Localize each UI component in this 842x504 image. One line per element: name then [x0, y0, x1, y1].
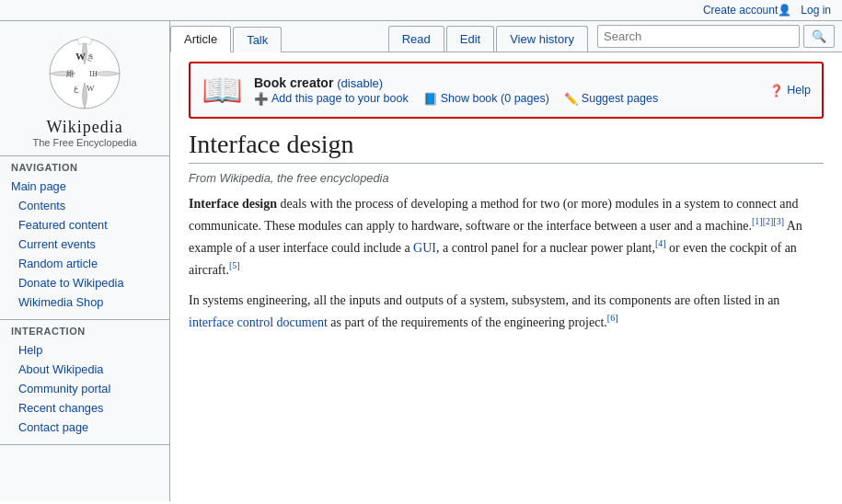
- sidebar-interaction-section: Interaction Help About Wikipedia Communi…: [0, 320, 169, 445]
- sidebar-item-community-portal[interactable]: Community portal: [0, 380, 169, 397]
- sidebar-item-contents[interactable]: Contents: [0, 197, 169, 214]
- article-paragraph-2: In systems engineering, all the inputs a…: [189, 291, 824, 333]
- create-account-link[interactable]: Create account: [703, 4, 778, 17]
- sidebar-item-about[interactable]: About Wikipedia: [0, 361, 169, 378]
- article-p2-cont: as part of the requirements of the engin…: [328, 315, 607, 329]
- sidebar-item-wikimedia-shop[interactable]: Wikimedia Shop: [0, 293, 169, 311]
- article-bold-term: Interface design: [189, 197, 277, 211]
- help-icon: ❓: [769, 84, 784, 97]
- top-bar-icon: 👤: [778, 4, 791, 17]
- book-creator-actions: ➕ Add this page to your book 📘 Show book…: [254, 92, 758, 106]
- top-bar: Create account 👤 Log in: [0, 0, 842, 21]
- list-item: Featured content: [0, 215, 169, 235]
- article-p1-cont2: , a control panel for a nuclear power pl…: [436, 241, 655, 255]
- sidebar-item-recent-changes[interactable]: Recent changes: [0, 399, 169, 417]
- sidebar-item-donate[interactable]: Donate to Wikipedia: [0, 274, 169, 292]
- wikipedia-logo: W き 維 Ш ع W: [39, 32, 131, 115]
- gui-link[interactable]: GUI: [413, 241, 436, 255]
- sidebar-item-featured-content[interactable]: Featured content: [0, 216, 169, 234]
- article-title: Interface design: [189, 130, 824, 164]
- suggest-pages-label: Suggest pages: [582, 92, 658, 105]
- wiki-subtitle: The Free Encyclopedia: [11, 137, 158, 148]
- sidebar-navigation-section: Navigation Main page Contents Featured c…: [0, 156, 169, 320]
- book-creator-help: ❓ Help: [769, 84, 811, 97]
- svg-text:W: W: [75, 51, 86, 62]
- sidebar-item-help[interactable]: Help: [0, 341, 169, 359]
- help-label: Help: [787, 84, 811, 97]
- article-p1-text: deals with the process of developing a m…: [189, 197, 799, 233]
- sidebar-item-random-article[interactable]: Random article: [0, 255, 169, 272]
- article-ref-4: [4]: [655, 238, 666, 248]
- search-button[interactable]: 🔍: [803, 25, 835, 48]
- add-icon: ➕: [254, 92, 269, 106]
- log-in-link[interactable]: Log in: [801, 4, 831, 17]
- list-item: Current events: [0, 235, 169, 254]
- tab-read[interactable]: Read: [388, 26, 444, 52]
- book-creator-help-link[interactable]: ❓ Help: [769, 84, 811, 97]
- icd-link[interactable]: interface control document: [189, 315, 328, 329]
- article-from: From Wikipedia, the free encyclopedia: [189, 171, 824, 185]
- tab-group: Article Talk: [170, 26, 283, 52]
- list-item: Contact page: [0, 418, 169, 437]
- add-page-label: Add this page to your book: [271, 92, 409, 105]
- article-body: Interface design deals with the process …: [189, 194, 824, 333]
- book-creator-banner: 📖 Book creator (disable) ➕ Add this page…: [189, 62, 824, 119]
- list-item: Recent changes: [0, 398, 169, 418]
- search-area: 🔍: [590, 21, 842, 52]
- list-item: Help: [0, 340, 169, 360]
- svg-text:き: き: [87, 52, 95, 62]
- book-small-icon: 📘: [423, 92, 438, 106]
- add-page-link[interactable]: ➕ Add this page to your book: [254, 92, 409, 106]
- wiki-title: Wikipedia: [11, 118, 158, 137]
- show-book-label: Show book (0 pages): [441, 92, 549, 105]
- book-creator-title-text: Book creator: [254, 75, 333, 90]
- content-tabs: Article Talk Read Edit View history 🔍: [170, 21, 842, 52]
- navigation-list: Main page Contents Featured content Curr…: [0, 175, 169, 319]
- list-item: About Wikipedia: [0, 360, 169, 379]
- article-ref-123: [1][2][3]: [752, 216, 784, 226]
- article-paragraph-1: Interface design deals with the process …: [189, 194, 824, 281]
- book-creator-title: Book creator (disable): [254, 75, 758, 90]
- tab-talk[interactable]: Talk: [233, 27, 282, 52]
- sidebar-item-main-page[interactable]: Main page: [0, 178, 169, 195]
- svg-text:維: 維: [65, 69, 75, 78]
- tab-edit[interactable]: Edit: [446, 26, 494, 52]
- article-ref-5: [5]: [229, 260, 240, 270]
- logo-area: W き 維 Ш ع W Wikipedia The Free Encyclope…: [0, 21, 169, 156]
- interaction-header: Interaction: [0, 320, 169, 338]
- sidebar-item-current-events[interactable]: Current events: [0, 235, 169, 253]
- svg-text:W: W: [87, 84, 95, 93]
- list-item: Donate to Wikipedia: [0, 273, 169, 292]
- article-ref-6: [6]: [607, 313, 618, 323]
- list-item: Main page: [0, 177, 169, 196]
- article-area: 📖 Book creator (disable) ➕ Add this page…: [170, 52, 842, 501]
- list-item: Random article: [0, 254, 169, 273]
- layout: W き 維 Ш ع W Wikipedia The Free Encyclope…: [0, 21, 842, 501]
- tab-view-history[interactable]: View history: [496, 26, 588, 52]
- navigation-header: Navigation: [0, 156, 169, 175]
- article-p2-text: In systems engineering, all the inputs a…: [189, 293, 779, 307]
- pencil-icon: ✏️: [564, 92, 579, 106]
- suggest-pages-link[interactable]: ✏️ Suggest pages: [564, 92, 658, 106]
- tab-article[interactable]: Article: [170, 26, 231, 52]
- show-book-link[interactable]: 📘 Show book (0 pages): [423, 92, 549, 106]
- list-item: Community portal: [0, 379, 169, 398]
- book-creator-content: Book creator (disable) ➕ Add this page t…: [254, 75, 758, 106]
- list-item: Contents: [0, 196, 169, 215]
- search-icon: 🔍: [812, 29, 826, 43]
- book-icon: 📖: [202, 71, 243, 109]
- sidebar-item-contact-page[interactable]: Contact page: [0, 418, 169, 436]
- book-creator-disable-link[interactable]: (disable): [337, 76, 383, 90]
- list-item: Wikimedia Shop: [0, 292, 169, 312]
- svg-text:Ш: Ш: [89, 69, 98, 78]
- main-content: Article Talk Read Edit View history 🔍 📖: [170, 21, 842, 501]
- sidebar: W き 維 Ш ع W Wikipedia The Free Encyclope…: [0, 21, 170, 501]
- interaction-list: Help About Wikipedia Community portal Re…: [0, 338, 169, 444]
- search-input[interactable]: [597, 25, 800, 48]
